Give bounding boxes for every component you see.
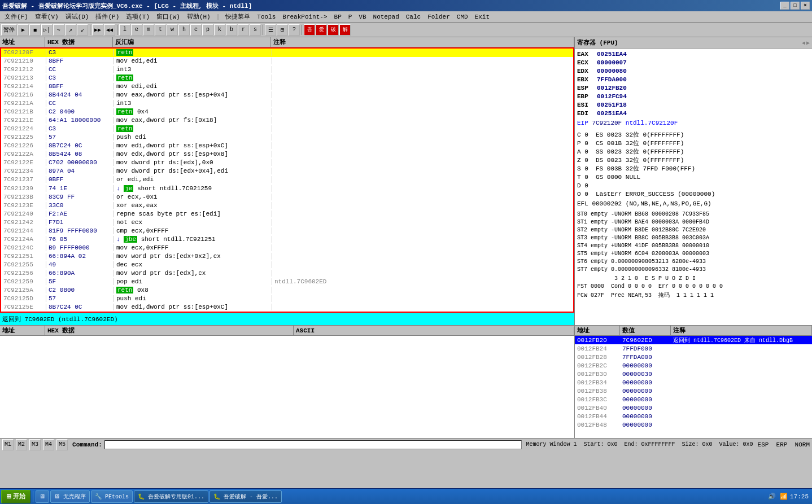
btn-c[interactable]: c <box>190 24 202 36</box>
btn-list[interactable]: ☰ <box>265 24 276 36</box>
table-row[interactable]: 7C921224 C3 retn <box>1 125 573 133</box>
table-row[interactable]: 7C92120F C3 retn <box>1 49 573 57</box>
table-row[interactable]: 7C921259 5F pop edi ntdll.7C9602ED <box>1 278 573 286</box>
btn-help2[interactable]: ? <box>289 24 300 36</box>
menu-notepad[interactable]: Notepad <box>370 12 403 21</box>
table-row[interactable]: 7C921255 49 dec ecx <box>1 261 573 269</box>
table-row[interactable]: 7C92125E 8B7C24 0C mov edi,dword ptr ss:… <box>1 303 573 312</box>
table-row[interactable]: 7C92125D 57 push edi <box>1 295 573 303</box>
maximize-button[interactable]: □ <box>791 2 800 10</box>
table-row[interactable]: 7C92125A C2 0800 retn 0x8 <box>1 286 573 295</box>
stack-row[interactable]: 0012FB20 7C9602ED 返回到 ntdll.7C9602ED 来自 … <box>575 336 812 344</box>
btn-trace-out[interactable]: ↙ <box>77 24 88 36</box>
btn-w[interactable]: w <box>167 24 178 36</box>
stack-row[interactable]: 0012FB3C 00000000 <box>575 395 812 404</box>
menu-bp[interactable]: BP <box>331 12 345 21</box>
stack-row[interactable]: 0012FB28 7FFDA000 <box>575 353 812 361</box>
table-row[interactable]: 7C92122A 8B5424 08 mov edx,dword ptr ss:… <box>1 150 573 159</box>
hex-body[interactable] <box>0 336 574 438</box>
menu-shortcuts[interactable]: 快捷菜单 <box>222 11 254 22</box>
btn-s[interactable]: s <box>250 24 261 36</box>
table-row[interactable]: 7C921234 897A 04 mov dword ptr ds:[edx+0… <box>1 167 573 176</box>
btn-animate-into[interactable]: ▶▶ <box>92 24 103 36</box>
btn-l[interactable]: l <box>119 24 130 36</box>
bookmark-m2[interactable]: M2 <box>16 439 27 450</box>
stack-row[interactable]: 0012FB48 00000000 <box>575 420 812 429</box>
table-row[interactable]: 7C921210 8BFF mov edi,edi <box>1 57 573 65</box>
btn-run[interactable]: ▶ <box>18 24 29 36</box>
taskbar-item-3[interactable]: 🐛 吾爱破解专用版01... <box>134 490 208 503</box>
btn-b[interactable]: b <box>226 24 237 36</box>
taskbar-item-1[interactable]: 🖥 无壳程序 <box>50 490 90 503</box>
table-row[interactable]: 7C921214 8BFF mov edi,edi <box>1 82 573 91</box>
btn-trace-into[interactable]: ↗ <box>65 24 76 36</box>
table-row[interactable]: 7C921239 74 1E ↓ je short ntdll.7C921259 <box>1 185 573 193</box>
table-row[interactable]: 7C92123E 33C0 xor eax,eax <box>1 201 573 210</box>
bookmark-m4[interactable]: M4 <box>43 439 54 450</box>
btn-k[interactable]: k <box>214 24 225 36</box>
btn-r[interactable]: r <box>238 24 249 36</box>
stack-row[interactable]: 0012FB38 00000000 <box>575 387 812 395</box>
table-row[interactable]: 7C92121E 64:A1 18000000 mov eax,dword pt… <box>1 116 573 125</box>
table-row[interactable]: 7C92121A CC int3 <box>1 99 573 108</box>
menu-calc[interactable]: Calc <box>403 12 424 21</box>
menu-exit[interactable]: Exit <box>472 12 493 21</box>
table-row[interactable]: 7C92122E C702 00000000 mov dword ptr ds:… <box>1 159 573 167</box>
bookmark-m5[interactable]: M5 <box>56 439 68 450</box>
btn-h[interactable]: h <box>178 24 190 36</box>
reg-collapse[interactable]: ◀ <box>802 40 805 46</box>
start-button[interactable]: ⊞ 开始 <box>1 490 30 503</box>
btn-pause[interactable]: 暂停 <box>1 24 17 36</box>
disasm-body[interactable]: 7C92120F C3 retn 7C921210 8BFF mov edi,e… <box>0 47 574 313</box>
table-row[interactable]: 7C921237 0BFF or edi,edi <box>1 176 573 184</box>
table-row[interactable]: 7C921225 57 push edi <box>1 133 573 142</box>
menu-cmd[interactable]: CMD <box>453 12 472 21</box>
menu-view[interactable]: 查看(V) <box>32 11 62 22</box>
table-row[interactable]: 7C921251 66:894A 02 mov word ptr ds:[edx… <box>1 252 573 261</box>
taskbar-item-4[interactable]: 🐛 吾爱破解 - 吾爱... <box>209 490 282 503</box>
table-row[interactable]: 7C921212 CC int3 <box>1 65 573 74</box>
table-row[interactable]: 7C921244 81F9 FFFF0000 cmp ecx,0xFFFF <box>1 227 573 235</box>
menu-help[interactable]: 帮助(H) <box>184 11 214 22</box>
stack-body[interactable]: 0012FB20 7C9602ED 返回到 ntdll.7C9602ED 来自 … <box>575 336 812 438</box>
btn-m[interactable]: m <box>143 24 154 36</box>
btn-ai2[interactable]: 爱 <box>316 24 327 36</box>
btn-step-into[interactable]: ▷| <box>41 24 53 36</box>
table-row[interactable]: 7C92123B 83C9 FF or ecx,-0x1 <box>1 193 573 201</box>
stack-row[interactable]: 0012FB24 7FFDF000 <box>575 344 812 353</box>
menu-options[interactable]: 选项(T) <box>123 11 153 22</box>
stack-row[interactable]: 0012FB34 00000000 <box>575 378 812 387</box>
menu-debug[interactable]: 调试(D) <box>62 11 93 22</box>
minimize-button[interactable]: _ <box>780 2 789 10</box>
table-row[interactable]: 7C921240 F2:AE repne scas byte ptr es:[e… <box>1 210 573 218</box>
cmd-input[interactable] <box>104 440 522 449</box>
table-row[interactable]: 7C921256 66:890A mov word ptr ds:[edx],c… <box>1 269 573 278</box>
menu-file[interactable]: 文件(F) <box>1 11 32 22</box>
stack-row[interactable]: 0012FB2C 00000000 <box>575 361 812 370</box>
reg-expand[interactable]: ▶ <box>806 40 810 46</box>
menu-tools[interactable]: Tools <box>254 12 279 21</box>
table-row[interactable]: 7C92124C B9 FFFF0000 mov ecx,0xFFFF <box>1 244 573 252</box>
btn-e[interactable]: e <box>131 24 142 36</box>
stack-row[interactable]: 0012FB44 00000000 <box>575 412 812 420</box>
table-row[interactable]: 7C921226 8B7C24 0C mov edi,dword ptr ss:… <box>1 142 573 150</box>
table-row[interactable]: 7C921216 8B4424 04 mov eax,dword ptr ss:… <box>1 91 573 99</box>
btn-ai3[interactable]: 破 <box>328 24 339 36</box>
table-row[interactable]: 7C921242 F7D1 not ecx <box>1 218 573 227</box>
btn-grid[interactable]: ⊞ <box>277 24 288 36</box>
menu-p[interactable]: P <box>345 12 356 21</box>
menu-folder[interactable]: Folder <box>424 12 453 21</box>
btn-ai4[interactable]: 解 <box>339 24 351 36</box>
stack-row[interactable]: 0012FB30 00000030 <box>575 370 812 378</box>
close-button[interactable]: × <box>801 2 810 10</box>
btn-p[interactable]: p <box>202 24 213 36</box>
table-row[interactable]: 7C92121B C2 0400 retn 0x4 <box>1 108 573 116</box>
btn-ai1[interactable]: 吾 <box>304 24 315 36</box>
menu-vb[interactable]: VB <box>355 12 369 21</box>
taskbar-item-desktop[interactable]: 🖥 <box>36 490 49 503</box>
taskbar-item-2[interactable]: 🔧 PEtools <box>91 490 133 503</box>
menu-plugin[interactable]: 插件(P) <box>92 11 123 22</box>
menu-breakpoint[interactable]: BreakPoint-> <box>279 12 330 21</box>
menu-window[interactable]: 窗口(W) <box>153 11 184 22</box>
table-row[interactable]: 7C92124A 76 05 ↓ jbe short ntdll.7C92125… <box>1 235 573 244</box>
